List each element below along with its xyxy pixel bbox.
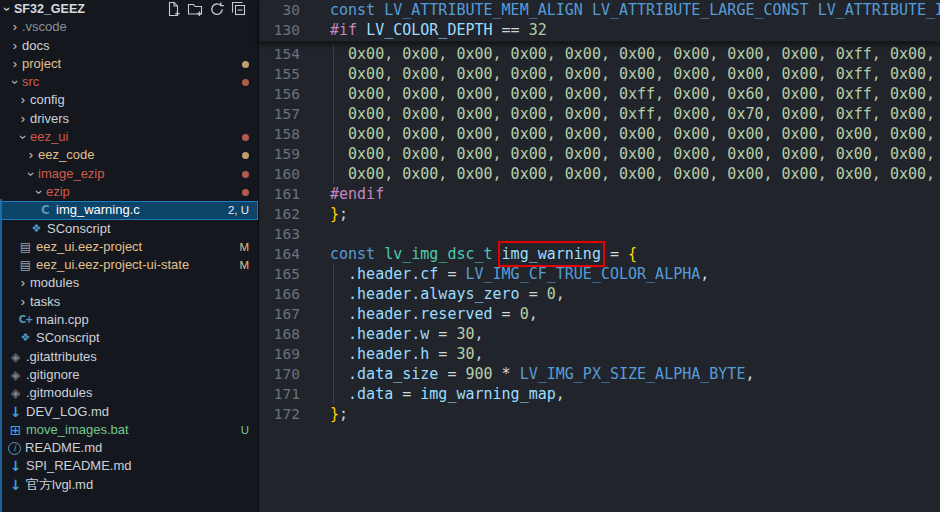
- code-line[interactable]: 170 .data_size = 900 * LV_IMG_PX_SIZE_AL…: [259, 364, 940, 384]
- code-token: ,: [745, 365, 754, 383]
- explorer-root-folder[interactable]: › SF32_GEEZ: [0, 0, 258, 18]
- tree-folder-config[interactable]: ›config: [0, 91, 258, 109]
- document-file-icon: ▤: [18, 256, 33, 274]
- tree-folder-image_ezip[interactable]: ›image_ezip: [0, 165, 258, 183]
- tree-file-SPI_README.md[interactable]: ↓SPI_README.md: [0, 457, 258, 475]
- chevron-right-icon[interactable]: ›: [25, 146, 37, 164]
- git-status-badge: U: [241, 421, 249, 439]
- code-text: .header.always_zero = 0,: [330, 284, 565, 304]
- line-number: 157: [259, 104, 300, 124]
- line-number: 169: [259, 344, 300, 364]
- chevron-right-icon[interactable]: ›: [9, 55, 21, 73]
- tree-item-label: image_ezip: [38, 165, 105, 183]
- tree-folder-ezip[interactable]: ›ezip: [0, 183, 258, 201]
- git-file-icon: ◈: [8, 384, 23, 402]
- chevron-right-icon[interactable]: ›: [17, 274, 29, 292]
- code-line[interactable]: 163: [259, 224, 940, 244]
- code-line[interactable]: 166 .header.always_zero = 0,: [259, 284, 940, 304]
- chevron-right-icon[interactable]: ›: [17, 91, 29, 109]
- code-text: 0x00, 0x00, 0x00, 0x00, 0x00, 0x00, 0x00…: [330, 64, 935, 84]
- tree-file-SConscript[interactable]: ❖SConscript: [0, 329, 258, 347]
- code-token: 0x00, 0x00, 0x00, 0x00, 0x00, 0x00, 0x00…: [330, 165, 935, 183]
- code-line[interactable]: 158 0x00, 0x00, 0x00, 0x00, 0x00, 0x00, …: [259, 124, 940, 144]
- tree-item-label: ezip: [46, 183, 70, 201]
- code-token: ,: [475, 325, 484, 343]
- tree-folder-eez_code[interactable]: ›eez_code: [0, 146, 258, 164]
- code-line[interactable]: 164const lv_img_dsc_t img_warning = {: [259, 244, 940, 264]
- tree-folder-drivers[interactable]: ›drivers: [0, 110, 258, 128]
- tree-folder-modules[interactable]: ›modules: [0, 274, 258, 292]
- tree-file-.gitattributes[interactable]: ◈.gitattributes: [0, 348, 258, 366]
- code-text: const LV_ATTRIBUTE_MEM_ALIGN LV_ATTRIBUT…: [330, 0, 940, 20]
- explorer-sidebar: › SF32_GEEZ ›.vscode›d: [0, 0, 259, 512]
- code-line[interactable]: 160 0x00, 0x00, 0x00, 0x00, 0x00, 0x00, …: [259, 164, 940, 184]
- code-line[interactable]: 172};: [259, 404, 940, 424]
- code-editor[interactable]: 154 0x00, 0x00, 0x00, 0x00, 0x00, 0x00, …: [259, 0, 940, 512]
- code-text: 0x00, 0x00, 0x00, 0x00, 0x00, 0xff, 0x00…: [330, 84, 935, 104]
- code-line[interactable]: 165 .header.cf = LV_IMG_CF_TRUE_COLOR_AL…: [259, 264, 940, 284]
- tree-item-label: 官方lvgl.md: [26, 476, 93, 494]
- tree-folder-src[interactable]: ›src: [0, 73, 258, 91]
- tree-folder-eez_ui[interactable]: ›eez_ui: [0, 128, 258, 146]
- refresh-explorer-icon[interactable]: [209, 1, 225, 17]
- line-number: 165: [259, 264, 300, 284]
- tree-file-SConscript[interactable]: ❖SConscript: [0, 220, 258, 238]
- code-line[interactable]: 168 .header.w = 30,: [259, 324, 940, 344]
- vscode-window: › SF32_GEEZ ›.vscode›d: [0, 0, 940, 512]
- code-token: =: [601, 245, 628, 263]
- code-token: 30: [456, 345, 474, 363]
- python-file-icon: ❖: [29, 220, 44, 238]
- code-text: 0x00, 0x00, 0x00, 0x00, 0x00, 0x00, 0x00…: [330, 124, 935, 144]
- line-number: 168: [259, 324, 300, 344]
- code-token: 900: [465, 365, 492, 383]
- code-token: =: [438, 265, 465, 283]
- code-text: 0x00, 0x00, 0x00, 0x00, 0x00, 0x00, 0x00…: [330, 164, 935, 184]
- tree-file-官方lvgl.md[interactable]: ↓官方lvgl.md: [0, 476, 258, 494]
- tree-folder-.vscode[interactable]: ›.vscode: [0, 18, 258, 36]
- tree-file-eez_ui.eez-project[interactable]: ▤eez_ui.eez-projectM: [0, 238, 258, 256]
- code-token: ;: [339, 205, 348, 223]
- code-line[interactable]: 162};: [259, 204, 940, 224]
- line-number: 156: [259, 84, 300, 104]
- line-number: 167: [259, 304, 300, 324]
- git-status-badge: M: [239, 238, 249, 256]
- tree-file-main.cpp[interactable]: C+main.cpp: [0, 311, 258, 329]
- tree-item-label: config: [30, 91, 65, 109]
- chevron-right-icon[interactable]: ›: [17, 110, 29, 128]
- code-line[interactable]: 159 0x00, 0x00, 0x00, 0x00, 0x00, 0x00, …: [259, 144, 940, 164]
- tree-folder-docs[interactable]: ›docs: [0, 37, 258, 55]
- sticky-line[interactable]: 130#if LV_COLOR_DEPTH == 32: [259, 20, 940, 40]
- new-folder-icon[interactable]: [187, 1, 203, 17]
- tree-folder-project[interactable]: ›project: [0, 55, 258, 73]
- chevron-right-icon[interactable]: ›: [9, 37, 21, 55]
- tree-item-label: project: [22, 55, 61, 73]
- tree-folder-tasks[interactable]: ›tasks: [0, 293, 258, 311]
- tree-file-README.md[interactable]: iREADME.md: [0, 439, 258, 457]
- code-line[interactable]: 167 .header.reserved = 0,: [259, 304, 940, 324]
- chevron-right-icon[interactable]: ›: [17, 293, 29, 311]
- tree-file-DEV_LOG.md[interactable]: ↓DEV_LOG.md: [0, 403, 258, 421]
- chevron-right-icon[interactable]: ›: [9, 18, 21, 36]
- tree-file-eez_ui.eez-project-ui-state[interactable]: ▤eez_ui.eez-project-ui-stateM: [0, 256, 258, 274]
- code-line[interactable]: 155 0x00, 0x00, 0x00, 0x00, 0x00, 0x00, …: [259, 64, 940, 84]
- tree-file-move_images.bat[interactable]: ⊞move_images.batU: [0, 421, 258, 439]
- sticky-line[interactable]: 30const LV_ATTRIBUTE_MEM_ALIGN LV_ATTRIB…: [259, 0, 940, 20]
- code-line[interactable]: 169 .header.h = 30,: [259, 344, 940, 364]
- collapse-folders-icon[interactable]: [231, 1, 247, 17]
- python-file-icon: ❖: [18, 329, 33, 347]
- code-line[interactable]: 171 .data = img_warning_map,: [259, 384, 940, 404]
- code-text: .data = img_warning_map,: [330, 384, 565, 404]
- code-token: =: [429, 345, 456, 363]
- tree-file-.gitignore[interactable]: ◈.gitignore: [0, 366, 258, 384]
- code-line[interactable]: 156 0x00, 0x00, 0x00, 0x00, 0x00, 0xff, …: [259, 84, 940, 104]
- new-file-icon[interactable]: [165, 1, 181, 17]
- code-line[interactable]: 154 0x00, 0x00, 0x00, 0x00, 0x00, 0x00, …: [259, 44, 940, 64]
- git-status-badge: M: [239, 256, 249, 274]
- code-line[interactable]: 157 0x00, 0x00, 0x00, 0x00, 0x00, 0xff, …: [259, 104, 940, 124]
- editor-content: 154 0x00, 0x00, 0x00, 0x00, 0x00, 0x00, …: [259, 44, 940, 424]
- tree-file-img_warning.c[interactable]: Cimg_warning.c2, U: [0, 201, 258, 219]
- tree-item-label: DEV_LOG.md: [26, 403, 109, 421]
- code-line[interactable]: 161#endif: [259, 184, 940, 204]
- tree-file-.gitmodules[interactable]: ◈.gitmodules: [0, 384, 258, 402]
- code-token: {: [628, 245, 637, 263]
